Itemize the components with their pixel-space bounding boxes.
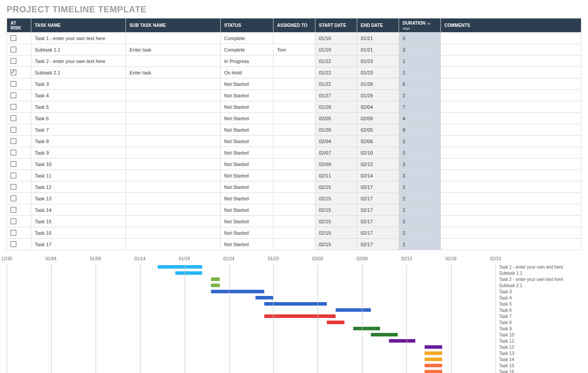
start-cell[interactable]: 02/15 <box>315 193 357 204</box>
risk-cell[interactable] <box>7 90 31 101</box>
subtask-cell[interactable] <box>126 239 221 250</box>
duration-cell[interactable]: 6 <box>399 78 441 90</box>
risk-cell[interactable] <box>7 113 31 124</box>
risk-cell[interactable] <box>7 44 31 55</box>
risk-checkbox[interactable] <box>11 161 16 167</box>
task-cell[interactable]: Task 15 <box>31 216 126 227</box>
end-cell[interactable]: 02/14 <box>357 170 399 181</box>
duration-cell[interactable]: 3 <box>399 170 441 181</box>
task-cell[interactable]: Task 5 <box>31 101 126 113</box>
end-cell[interactable]: 02/17 <box>357 181 399 193</box>
assigned-cell[interactable] <box>274 78 315 90</box>
status-cell[interactable]: Complete <box>221 44 274 55</box>
assigned-cell[interactable] <box>274 136 315 147</box>
status-cell[interactable]: Not Started <box>221 101 274 113</box>
risk-checkbox[interactable] <box>11 138 16 144</box>
duration-cell[interactable]: 8 <box>399 124 441 136</box>
comments-cell[interactable] <box>441 216 581 227</box>
comments-cell[interactable] <box>441 193 581 204</box>
status-cell[interactable]: Not Started <box>221 193 274 204</box>
subtask-cell[interactable] <box>126 147 221 159</box>
risk-checkbox[interactable] <box>11 35 16 41</box>
task-cell[interactable]: Subtask 2.1 <box>31 67 126 78</box>
risk-checkbox[interactable] <box>11 104 16 110</box>
status-cell[interactable]: On Hold <box>221 67 274 78</box>
end-cell[interactable]: 02/04 <box>357 101 399 113</box>
risk-checkbox[interactable] <box>11 58 16 64</box>
risk-cell[interactable] <box>7 181 31 193</box>
task-cell[interactable]: Task 2 - enter your own text here <box>31 55 126 67</box>
start-cell[interactable]: 02/15 <box>315 227 357 239</box>
comments-cell[interactable] <box>441 170 581 181</box>
start-cell[interactable]: 02/15 <box>315 204 357 216</box>
duration-cell[interactable]: 1 <box>399 67 441 78</box>
risk-cell[interactable] <box>7 101 31 113</box>
status-cell[interactable]: Not Started <box>221 239 274 250</box>
start-cell[interactable]: 02/15 <box>315 181 357 193</box>
comments-cell[interactable] <box>441 90 581 101</box>
end-cell[interactable]: 02/17 <box>357 204 399 216</box>
risk-cell[interactable] <box>7 67 31 78</box>
assigned-cell[interactable] <box>274 55 315 67</box>
risk-checkbox[interactable] <box>11 207 16 213</box>
start-cell[interactable]: 01/16 <box>315 33 357 44</box>
task-cell[interactable]: Task 7 <box>31 124 126 136</box>
start-cell[interactable]: 02/04 <box>315 136 357 147</box>
duration-cell[interactable]: 2 <box>399 239 441 250</box>
task-cell[interactable]: Task 1 - enter your own text here <box>31 33 126 44</box>
end-cell[interactable]: 02/17 <box>357 227 399 239</box>
risk-cell[interactable] <box>7 216 31 227</box>
end-cell[interactable]: 01/28 <box>357 78 399 90</box>
status-cell[interactable]: Not Started <box>221 227 274 239</box>
risk-cell[interactable] <box>7 147 31 159</box>
task-cell[interactable]: Task 8 <box>31 136 126 147</box>
status-cell[interactable]: In Progress <box>221 55 274 67</box>
subtask-cell[interactable] <box>126 33 221 44</box>
subtask-cell[interactable] <box>126 227 221 239</box>
subtask-cell[interactable] <box>126 193 221 204</box>
comments-cell[interactable] <box>441 147 581 159</box>
start-cell[interactable]: 01/27 <box>315 90 357 101</box>
task-cell[interactable]: Task 13 <box>31 193 126 204</box>
comments-cell[interactable] <box>441 181 581 193</box>
assigned-cell[interactable] <box>274 147 315 159</box>
comments-cell[interactable] <box>441 124 581 136</box>
comments-cell[interactable] <box>441 113 581 124</box>
risk-checkbox[interactable] <box>11 196 16 201</box>
duration-cell[interactable]: 2 <box>399 216 441 227</box>
end-cell[interactable]: 01/21 <box>357 33 399 44</box>
status-cell[interactable]: Not Started <box>221 136 274 147</box>
start-cell[interactable]: 01/28 <box>315 101 357 113</box>
duration-cell[interactable]: 4 <box>399 113 441 124</box>
duration-cell[interactable]: 5 <box>399 33 441 44</box>
start-cell[interactable]: 02/05 <box>315 113 357 124</box>
start-cell[interactable]: 01/22 <box>315 67 357 78</box>
start-cell[interactable]: 02/11 <box>315 170 357 181</box>
risk-cell[interactable] <box>7 159 31 170</box>
task-cell[interactable]: Task 4 <box>31 90 126 101</box>
comments-cell[interactable] <box>441 33 581 44</box>
duration-cell[interactable]: 2 <box>399 193 441 204</box>
risk-checkbox[interactable] <box>11 70 16 75</box>
assigned-cell[interactable] <box>274 239 315 250</box>
risk-checkbox[interactable] <box>11 47 16 52</box>
start-cell[interactable]: 01/22 <box>315 78 357 90</box>
status-cell[interactable]: Not Started <box>221 204 274 216</box>
end-cell[interactable]: 02/12 <box>357 159 399 170</box>
start-cell[interactable]: 02/15 <box>315 216 357 227</box>
risk-cell[interactable] <box>7 170 31 181</box>
task-cell[interactable]: Task 14 <box>31 204 126 216</box>
duration-cell[interactable]: 2 <box>399 227 441 239</box>
comments-cell[interactable] <box>441 239 581 250</box>
risk-cell[interactable] <box>7 78 31 90</box>
assigned-cell[interactable] <box>274 170 315 181</box>
risk-cell[interactable] <box>7 124 31 136</box>
duration-cell[interactable]: 7 <box>399 101 441 113</box>
risk-checkbox[interactable] <box>11 150 16 155</box>
status-cell[interactable]: Not Started <box>221 170 274 181</box>
task-cell[interactable]: Task 12 <box>31 181 126 193</box>
risk-checkbox[interactable] <box>11 173 16 178</box>
assigned-cell[interactable]: Tom <box>274 44 315 55</box>
duration-cell[interactable]: 2 <box>399 204 441 216</box>
comments-cell[interactable] <box>441 44 581 55</box>
